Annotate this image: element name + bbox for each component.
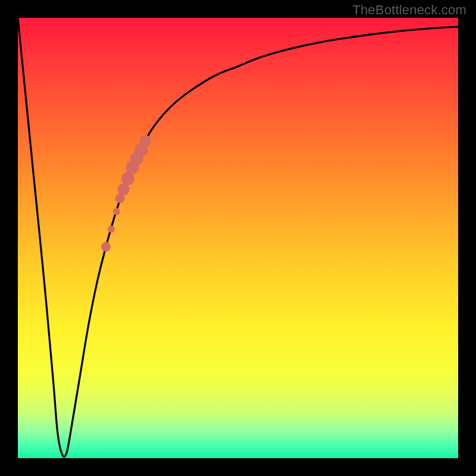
plot-area: [18, 18, 458, 458]
bottleneck-curve: [18, 18, 458, 457]
curve-svg: [18, 18, 458, 458]
highlight-dot: [113, 208, 120, 215]
chart-frame: TheBottleneck.com: [0, 0, 476, 476]
highlight-dot: [101, 242, 111, 252]
watermark-label: TheBottleneck.com: [352, 2, 466, 18]
highlight-dot: [140, 135, 152, 147]
highlight-dot: [118, 184, 130, 196]
highlight-dot: [108, 226, 115, 233]
